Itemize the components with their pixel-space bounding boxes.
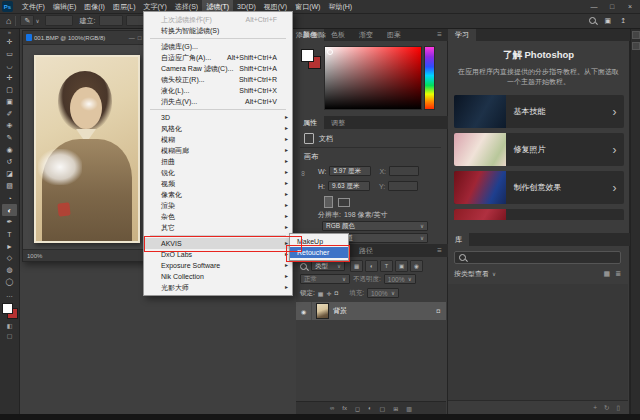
adjustment-filter-icon[interactable]: ◐ — [365, 260, 378, 272]
properties-panel-tab[interactable]: 调整 — [324, 116, 352, 129]
hand-tool[interactable]: ◍ — [2, 264, 17, 276]
color-field[interactable] — [324, 46, 422, 110]
layer-lock-icon[interactable]: ◘ — [436, 308, 440, 314]
panel-menu-icon[interactable]: ≡ — [437, 28, 446, 41]
learn-card[interactable]: 修复照片 › — [454, 133, 624, 166]
type-filter-icon[interactable]: T — [380, 260, 393, 272]
filter-menu-item[interactable]: Camera Raw 滤镜(C)... Shift+Ctrl+A ▸ — [144, 63, 292, 74]
path-select-tool[interactable]: ► — [2, 240, 17, 252]
brush-tool[interactable]: ✎ — [2, 132, 17, 144]
new-adjustment-layer-icon[interactable]: ◐ — [368, 405, 372, 411]
blend-mode-dropdown[interactable]: 正常 ∨ — [300, 274, 350, 284]
library-content-area[interactable] — [448, 284, 628, 401]
doc-minimize-button[interactable]: — — [129, 35, 135, 41]
shape-tool[interactable]: ◇ — [2, 252, 17, 264]
smart-object-filter-icon[interactable]: ◉ — [410, 260, 423, 272]
color-panel-tab[interactable]: 色板 — [324, 28, 352, 41]
healing-brush-tool[interactable]: ✙ — [2, 120, 17, 132]
new-library-icon[interactable]: + — [593, 404, 597, 411]
filter-menu-item[interactable]: 滤镜库(G)... ▸ — [144, 41, 292, 52]
filter-menu-item[interactable]: 其它 ▸ — [144, 222, 292, 233]
color-swatches[interactable] — [2, 303, 18, 319]
collapse-toolbar-icon[interactable]: » — [8, 28, 11, 36]
link-layers-icon[interactable]: ∞ — [330, 405, 334, 411]
filter-menu-item[interactable]: Exposure Software ▸ — [144, 260, 292, 271]
pixel-filter-icon[interactable]: ▦ — [350, 260, 363, 272]
color-mode-dropdown[interactable]: RGB 颜色 ∨ — [322, 221, 428, 231]
eraser-tool[interactable]: ◪ — [2, 168, 17, 180]
doc-restore-button[interactable]: □ — [138, 35, 142, 41]
new-group-icon[interactable]: ▢ — [380, 405, 386, 412]
fill-value[interactable]: 100% ∨ — [367, 288, 399, 298]
filter-menu-item[interactable]: 模糊 ▸ — [144, 134, 292, 145]
menubar-item[interactable]: 图层(L) — [109, 0, 140, 13]
filter-menu-item[interactable]: 3D ▸ — [144, 112, 292, 123]
filter-menu-item[interactable]: 像素化 ▸ — [144, 189, 292, 200]
width-value[interactable]: 5.97 厘米 — [329, 166, 371, 176]
marquee-tool[interactable]: ▭ — [2, 48, 17, 60]
layer-mask-icon[interactable]: ◻ — [355, 405, 360, 412]
grid-view-icon[interactable]: ▦ — [604, 270, 611, 278]
shape-filter-icon[interactable]: ▣ — [395, 260, 408, 272]
menubar-item[interactable]: 图像(I) — [80, 0, 109, 13]
tool-option-dropdown[interactable] — [45, 15, 73, 26]
quick-mask-icon[interactable]: ◧ — [7, 322, 13, 329]
move-tool[interactable]: ✛ — [2, 36, 17, 48]
menubar-item[interactable]: 窗口(W) — [291, 0, 324, 13]
height-value[interactable]: 9.63 厘米 — [328, 181, 370, 191]
lasso-tool[interactable]: ◡ — [2, 60, 17, 72]
filter-menu-item[interactable]: 转换为智能滤镜(S) ▸ — [144, 25, 292, 36]
filter-menu-item[interactable]: 镜头校正(R)... Shift+Ctrl+R ▸ — [144, 74, 292, 85]
filter-menu-item[interactable]: 杂色 ▸ — [144, 211, 292, 222]
menubar-item[interactable]: 编辑(E) — [49, 0, 80, 13]
clone-stamp-tool[interactable]: ◉ — [2, 144, 17, 156]
lock-position-icon[interactable]: ✛ — [326, 290, 331, 297]
opacity-value[interactable]: 100% ∨ — [384, 274, 416, 284]
layer-thumbnail[interactable] — [316, 303, 329, 319]
collapsed-panel-icon-2[interactable] — [632, 42, 640, 50]
filter-menu-item[interactable]: 液化(L)... Shift+Ctrl+X ▸ — [144, 85, 292, 96]
list-view-icon[interactable]: ≣ — [615, 270, 621, 278]
panel-menu-icon[interactable]: ≡ — [437, 244, 446, 257]
maximize-button[interactable]: □ — [604, 3, 620, 10]
color-panel-tab[interactable]: 渐变 — [352, 28, 380, 41]
filter-menu-item[interactable]: 扭曲 ▸ — [144, 156, 292, 167]
learn-card[interactable]: 制作创意效果 › — [454, 171, 624, 204]
search-icon[interactable] — [589, 17, 596, 24]
more-tools[interactable]: … — [2, 288, 17, 300]
view-by-dropdown[interactable]: 按类型查看 — [454, 269, 489, 279]
orientation-landscape-icon[interactable] — [338, 198, 350, 207]
gradient-tool[interactable]: ▨ — [2, 180, 17, 192]
type-tool[interactable]: T — [2, 228, 17, 240]
filter-menu-item[interactable]: 上次滤镜操作(F) Alt+Ctrl+F ▸ — [144, 14, 292, 25]
filter-menu-item[interactable]: 渲染 ▸ — [144, 200, 292, 211]
filter-menu-item[interactable]: 视频 ▸ — [144, 178, 292, 189]
pen-tool[interactable]: ✒ — [2, 216, 17, 228]
new-layer-icon[interactable]: ⊞ — [393, 405, 398, 412]
filter-menu-item[interactable]: 自适应广角(A)... Alt+Shift+Ctrl+A ▸ — [144, 52, 292, 63]
link-dimensions-icon[interactable]: ∞ — [300, 171, 307, 176]
dodge-tool[interactable]: ◐ — [2, 204, 17, 216]
foreground-color-swatch[interactable] — [2, 303, 13, 314]
document-titlebar[interactable]: 001.BMP @ 100%(RGB/8) — □ × — [23, 31, 151, 45]
filter-menu-item[interactable]: 风格化 ▸ — [144, 123, 292, 134]
tool-option-box[interactable] — [99, 15, 123, 26]
filter-menu-item[interactable]: 消失点(V)... Alt+Ctrl+V ▸ — [144, 96, 292, 107]
layer-filter-type-dropdown[interactable]: 类型 ∨ — [311, 261, 345, 271]
menubar-item[interactable]: 文件(F) — [18, 0, 49, 13]
library-search-input[interactable] — [454, 251, 621, 264]
hue-slider[interactable] — [424, 46, 435, 110]
learn-card-partial[interactable] — [454, 209, 624, 220]
layer-visibility-icon[interactable]: ◉ — [296, 302, 312, 320]
layers-panel-tab[interactable]: 路径 — [352, 244, 380, 257]
filter-menu-item[interactable]: 光影大师 ▸ — [144, 282, 292, 293]
workspace-icon[interactable]: ▣ — [605, 17, 612, 25]
learn-card[interactable]: 基本技能 › — [454, 95, 624, 128]
properties-panel-tab[interactable]: 属性 — [296, 116, 324, 129]
current-tool-icon[interactable]: ✎ — [20, 15, 34, 26]
minimize-button[interactable]: — — [586, 3, 602, 10]
delete-library-icon[interactable]: ▯ — [616, 404, 620, 412]
collapsed-panel-icon[interactable] — [632, 31, 640, 39]
orientation-portrait-icon[interactable] — [324, 196, 333, 208]
lock-all-icon[interactable]: ◘ — [335, 290, 339, 297]
